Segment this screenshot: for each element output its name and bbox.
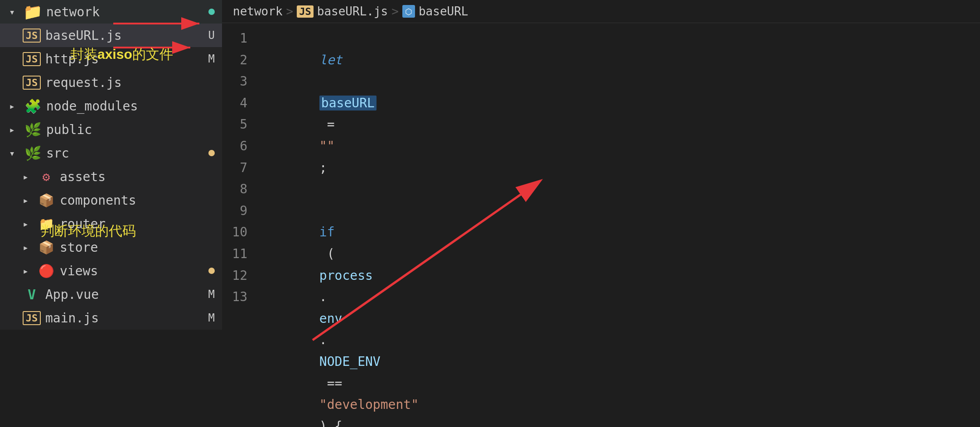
js-icon-baseurl: JS [23, 26, 41, 44]
expand-arrow-store [23, 242, 37, 253]
js-icon-request: JS [23, 73, 41, 91]
expand-arrow-router [23, 218, 37, 230]
line-num-10: 10 [222, 221, 247, 243]
sidebar-item-baseurl[interactable]: JS baseURL.js U [0, 24, 222, 47]
sidebar-item-http[interactable]: JS http.js M [0, 47, 222, 71]
label-baseurl: baseURL.js [45, 28, 127, 43]
badge-main-js: M [208, 312, 215, 324]
views-icon: 🔴 [37, 262, 55, 280]
line-num-13: 13 [222, 286, 247, 308]
label-store: store [60, 240, 222, 255]
label-request: request.js [45, 75, 222, 90]
breadcrumb-sep2: > [391, 5, 399, 18]
sidebar-item-public[interactable]: 🌿 public [0, 118, 222, 141]
line-num-5: 5 [222, 114, 247, 135]
sidebar-item-src[interactable]: 🌿 src [0, 141, 222, 165]
router-icon: 📁 [37, 215, 55, 233]
line-num-1: 1 [222, 28, 247, 49]
label-node-modules: node_modules [46, 99, 222, 114]
label-main-js: main.js [45, 311, 127, 326]
breadcrumb-js-badge: JS [297, 5, 314, 18]
sidebar-item-node-modules[interactable]: 🧩 node_modules [0, 94, 222, 118]
label-views: views [60, 264, 134, 278]
store-icon: 📦 [37, 238, 55, 256]
breadcrumb-symbol: baseURL [419, 5, 468, 18]
label-public: public [46, 122, 222, 137]
sidebar-item-views[interactable]: 🔴 views [0, 259, 222, 283]
breadcrumb-sep1: > [286, 5, 294, 18]
expand-arrow-public [9, 124, 24, 135]
line-num-7: 7 [222, 157, 247, 179]
badge-http: M [208, 53, 215, 65]
expand-arrow-src [9, 148, 24, 159]
line-num-8: 8 [222, 178, 247, 200]
assets-icon: ⚙️ [37, 168, 55, 186]
sidebar-item-router[interactable]: 📁 router [0, 212, 222, 235]
sidebar-item-request[interactable]: JS request.js [0, 71, 222, 94]
public-icon: 🌿 [24, 120, 42, 139]
label-router: router [60, 216, 222, 231]
expand-arrow-components [23, 195, 37, 206]
label-http: http.js [45, 52, 127, 67]
sidebar: 📁 network JS baseURL.js U JS http.js M [0, 0, 222, 427]
dot-views [208, 268, 215, 274]
line-num-9: 9 [222, 200, 247, 222]
breadcrumb-file: baseURL.js [317, 5, 388, 18]
components-icon: 📦 [37, 191, 55, 209]
label-network: network [46, 5, 127, 19]
sidebar-item-assets[interactable]: ⚙️ assets [0, 165, 222, 188]
breadcrumb: network > JS baseURL.js > ⬡ baseURL [222, 0, 980, 23]
expand-arrow-assets [23, 171, 37, 182]
editor-panel: network > JS baseURL.js > ⬡ baseURL 1 2 … [222, 0, 980, 427]
src-icon: 🌿 [24, 144, 42, 162]
dot-network [208, 9, 215, 15]
line-num-3: 3 [222, 71, 247, 92]
badge-app-vue: M [208, 288, 215, 301]
line-num-6: 6 [222, 135, 247, 157]
sidebar-item-components[interactable]: 📦 components [0, 188, 222, 212]
expand-arrow-network [9, 6, 24, 18]
sidebar-item-store[interactable]: 📦 store [0, 235, 222, 259]
code-content[interactable]: let baseURL = "" ; if ( process . env . … [258, 28, 980, 422]
code-area[interactable]: 1 2 3 4 5 6 7 8 9 10 11 12 13 let baseUR… [222, 23, 980, 427]
js-icon-http: JS [23, 50, 41, 68]
line-num-4: 4 [222, 92, 247, 114]
sidebar-item-network[interactable]: 📁 network [0, 0, 222, 24]
label-assets: assets [60, 169, 222, 184]
line-numbers: 1 2 3 4 5 6 7 8 9 10 11 12 13 [222, 28, 258, 422]
label-src: src [46, 146, 127, 161]
code-line-2: if ( process . env . NODE_ENV == "develo… [258, 200, 971, 427]
label-app-vue: App.vue [45, 287, 127, 302]
vue-icon-app: V [23, 285, 41, 303]
expand-arrow-node-modules [9, 101, 24, 112]
line-num-12: 12 [222, 265, 247, 287]
sidebar-item-main-js[interactable]: JS main.js M [0, 306, 222, 330]
file-tree: 📁 network JS baseURL.js U JS http.js M [0, 0, 222, 330]
label-components: components [60, 193, 222, 208]
expand-arrow-views [23, 265, 37, 277]
node-modules-icon: 🧩 [24, 97, 42, 115]
js-icon-main: JS [23, 309, 41, 327]
badge-baseurl: U [208, 29, 215, 42]
breadcrumb-network: network [233, 5, 283, 18]
dot-src [208, 150, 215, 156]
folder-icon-network: 📁 [24, 3, 42, 21]
code-line-1: let baseURL = "" ; [258, 28, 971, 200]
line-num-2: 2 [222, 49, 247, 71]
breadcrumb-symbol-icon: ⬡ [402, 5, 415, 18]
line-num-11: 11 [222, 243, 247, 265]
sidebar-item-app-vue[interactable]: V App.vue M [0, 283, 222, 306]
